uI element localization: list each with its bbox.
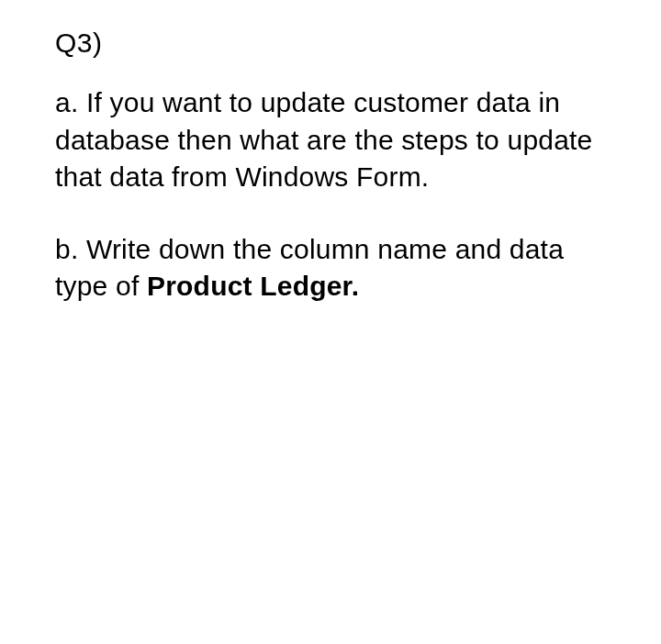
- question-b-bold: Product Ledger.: [147, 271, 359, 301]
- question-number: Q3): [55, 28, 606, 59]
- question-part-b: b. Write down the column name and data t…: [55, 231, 606, 305]
- question-part-a: a. If you want to update customer data i…: [55, 84, 606, 196]
